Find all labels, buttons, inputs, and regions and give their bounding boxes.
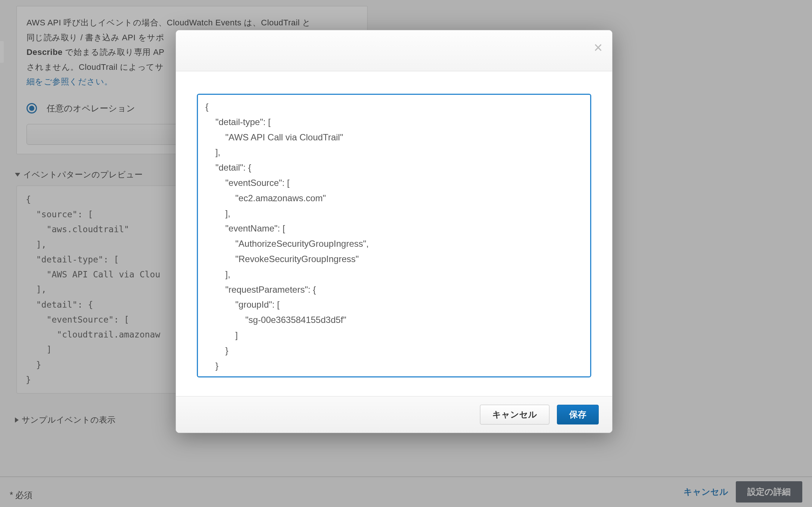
modal-body [176, 71, 612, 396]
edit-json-modal: × キャンセル 保存 [176, 30, 613, 433]
modal-header: × [176, 30, 612, 71]
save-button[interactable]: 保存 [557, 405, 599, 424]
event-pattern-editor[interactable] [197, 94, 591, 377]
close-icon[interactable]: × [594, 40, 602, 55]
modal-footer: キャンセル 保存 [176, 396, 612, 433]
cancel-button[interactable]: キャンセル [480, 405, 549, 424]
